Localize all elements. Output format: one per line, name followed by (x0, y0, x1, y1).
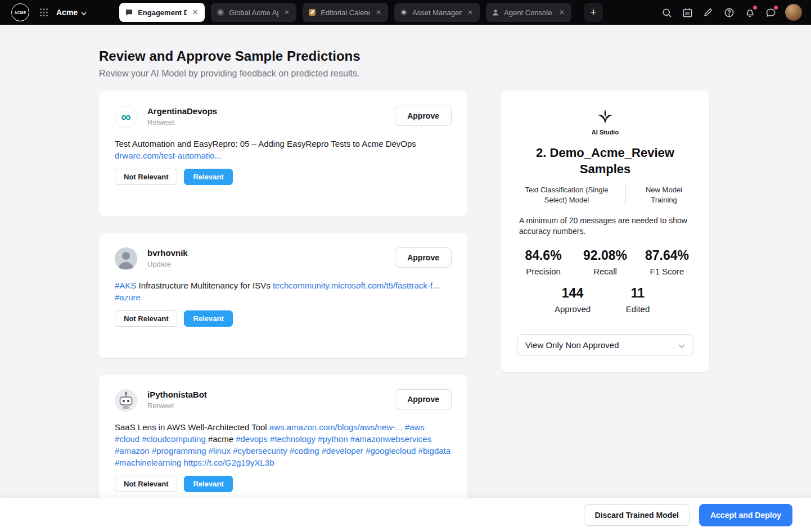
post-meta: iPythonistaBot Retweet (147, 389, 207, 410)
tab-close-icon[interactable]: ✕ (375, 8, 382, 17)
author-avatar-robot-icon (115, 389, 137, 412)
post-link[interactable]: #machinelearning (115, 458, 181, 467)
ai-studio-logo-icon (596, 117, 615, 127)
post-link[interactable]: #bigdata (418, 446, 451, 456)
tab-label: Global Acme Ap (229, 8, 278, 17)
author-avatar-arduino-icon: ∞ (115, 106, 137, 128)
relevance-actions: Not Relevant Relevant (115, 310, 452, 327)
ai-studio-brand: AI Studio (501, 109, 709, 136)
post-text: Test Automation and EasyRepro: 05 – Addi… (115, 139, 416, 148)
metric-value: 84.6% (512, 248, 574, 263)
not-relevant-button[interactable]: Not Relevant (115, 310, 177, 327)
post-link[interactable]: #aws (405, 422, 425, 432)
tab-asset-management[interactable]: Asset Managem ✕ (394, 3, 480, 22)
relevant-button[interactable]: Relevant (184, 476, 232, 492)
calendar-icon[interactable]: 20 (681, 6, 693, 19)
workspace-switcher[interactable]: Acme (56, 8, 87, 17)
page-title: Review and Approve Sample Predictions (99, 48, 361, 64)
prediction-card: ∞ ArgentinaDevops Retweet Approve Test A… (99, 91, 467, 217)
post-link[interactable]: #python (318, 434, 348, 444)
post-link[interactable]: #programming (152, 446, 206, 456)
count-value: 11 (618, 286, 657, 301)
divider (625, 185, 626, 205)
metric-value: 92.08% (574, 248, 636, 263)
post-link[interactable]: #azure (115, 292, 141, 302)
compose-icon[interactable] (702, 6, 714, 19)
filter-dropdown-value: View Only Non Approved (525, 340, 619, 350)
filter-dropdown[interactable]: View Only Non Approved (517, 334, 693, 355)
post-header: ∞ ArgentinaDevops Retweet Approve (115, 106, 452, 128)
user-avatar[interactable] (785, 4, 802, 21)
post-link[interactable]: https://t.co/G2g19yXL3b (184, 458, 274, 467)
tab-engagement[interactable]: Engagement D ✕ (119, 3, 205, 22)
help-icon[interactable] (723, 6, 735, 19)
relevant-button[interactable]: Relevant (184, 169, 232, 185)
count-label: Edited (618, 304, 657, 314)
accept-and-deploy-button[interactable]: Accept and Deploy (699, 504, 792, 526)
tab-label: Editorial Calend (321, 8, 370, 17)
post-link[interactable]: #googlecloud (366, 446, 416, 456)
tab-agent-console[interactable]: Agent Console ✕ (486, 3, 571, 22)
post-link[interactable]: #coding (290, 446, 319, 456)
post-text: Infrastructure Multitenancy for ISVs (136, 281, 273, 290)
post-link[interactable]: #AKS (115, 281, 136, 290)
topbar: ACME Acme Engagement D ✕ Global Acme Ap … (0, 0, 811, 25)
post-header: bvrhovnik Update Approve (115, 247, 452, 270)
calendar-day: 20 (681, 11, 693, 15)
relevance-actions: Not Relevant Relevant (115, 169, 452, 185)
tab-global-acme[interactable]: Global Acme Ap ✕ (211, 3, 296, 22)
prediction-card: bvrhovnik Update Approve #AKS Infrastruc… (99, 233, 467, 358)
new-tab-button[interactable]: + (584, 3, 603, 22)
training-mode: New Model Training (637, 185, 691, 205)
post-link[interactable]: #cloudcomputing (142, 434, 205, 444)
post-link[interactable]: drware.com/test-automatio... (115, 151, 222, 160)
post-link[interactable]: #technology (270, 434, 316, 444)
metric-precision: 84.6% Precision (512, 248, 574, 276)
chat-badge (773, 4, 779, 11)
relevance-actions: Not Relevant Relevant (115, 476, 452, 492)
action-footer: Discard Trained Model Accept and Deploy (0, 498, 811, 532)
not-relevant-button[interactable]: Not Relevant (115, 169, 177, 185)
search-icon[interactable] (660, 6, 673, 19)
metric-recall: 92.08% Recall (574, 248, 636, 276)
approve-button[interactable]: Approve (395, 389, 452, 409)
tab-favicon-pen-icon (308, 8, 316, 16)
discard-trained-model-button[interactable]: Discard Trained Model (584, 504, 690, 526)
post-link[interactable]: #amazon (115, 446, 150, 456)
tab-close-icon[interactable]: ✕ (283, 8, 291, 17)
topbar-actions: 20 (660, 4, 802, 21)
acme-logo[interactable]: ACME (11, 3, 29, 21)
model-info-row: Text Classification (Single Select) Mode… (501, 185, 709, 205)
page-subtitle: Review your AI Model by providing feedba… (99, 69, 359, 79)
tab-editorial-calendar[interactable]: Editorial Calend ✕ (303, 3, 388, 22)
metric-label: F1 Score (636, 267, 698, 276)
post-text: SaaS Lens in AWS Well-Architected Tool (115, 422, 269, 432)
count-label: Approved (553, 304, 592, 314)
post-link[interactable]: #developer (322, 446, 363, 456)
count-value: 144 (553, 286, 592, 301)
model-summary-panel: AI Studio 2. Demo_Acme_Review Samples Te… (501, 91, 709, 372)
post-link[interactable]: #amazonwebservices (350, 434, 431, 444)
approve-button[interactable]: Approve (395, 106, 452, 126)
metric-label: Precision (512, 267, 574, 276)
post-meta: bvrhovnik Update (147, 247, 188, 268)
post-link[interactable]: #linux (209, 446, 231, 456)
approve-button[interactable]: Approve (395, 247, 452, 268)
notification-badge (752, 4, 758, 11)
tab-close-icon[interactable]: ✕ (466, 8, 474, 17)
post-link[interactable]: aws.amazon.com/blogs/aws/new-... (269, 422, 403, 432)
tab-close-icon[interactable]: ✕ (558, 8, 566, 17)
post-link[interactable]: #devops (236, 434, 268, 444)
chevron-down-icon (81, 8, 87, 17)
relevant-button[interactable]: Relevant (184, 310, 232, 327)
app-grid-icon[interactable] (39, 8, 48, 17)
notifications-bell-icon[interactable] (744, 6, 756, 19)
post-link[interactable]: #cybersecurity (233, 446, 287, 456)
post-link[interactable]: #cloud (115, 434, 139, 444)
metrics-row: 84.6% Precision 92.08% Recall 87.64% F1 … (501, 248, 709, 276)
tab-close-icon[interactable]: ✕ (191, 8, 199, 17)
post-header: iPythonistaBot Retweet Approve (115, 389, 452, 412)
post-link[interactable]: techcommunity.microsoft.com/t5/fasttrack… (273, 281, 439, 290)
not-relevant-button[interactable]: Not Relevant (115, 476, 177, 492)
chat-icon[interactable] (764, 6, 777, 19)
